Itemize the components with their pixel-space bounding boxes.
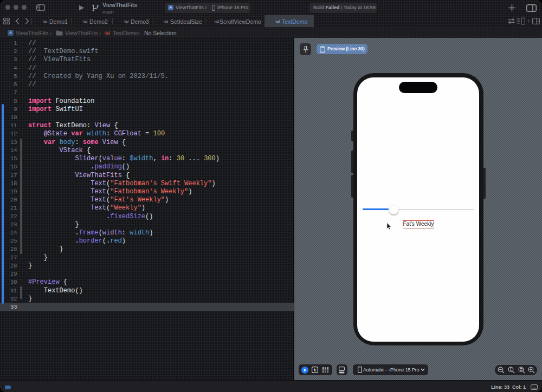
svg-text:1: 1 [509, 367, 512, 371]
